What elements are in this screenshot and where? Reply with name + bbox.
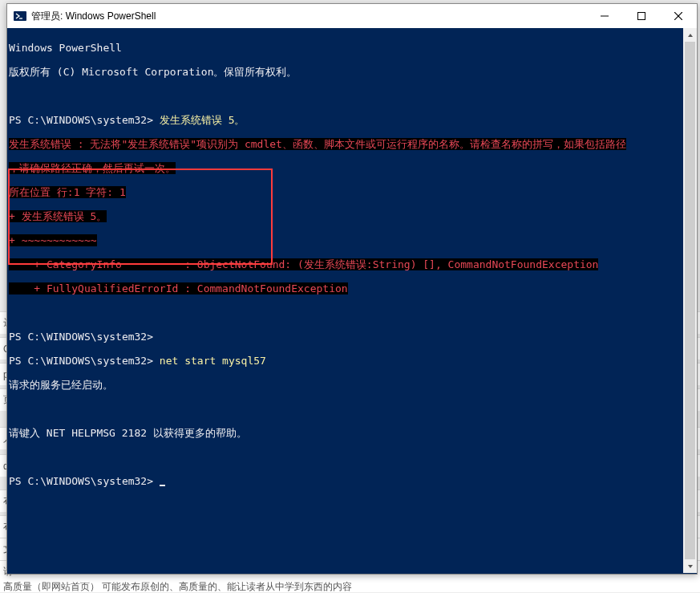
window-controls <box>586 4 697 28</box>
term-line: 请求的服务已经启动。 <box>9 379 695 391</box>
term-line: 版权所有 (C) Microsoft Corporation。保留所有权利。 <box>9 66 695 78</box>
titlebar[interactable]: 管理员: Windows PowerShell <box>7 4 697 28</box>
term-error-line: + FullyQualifiedErrorId : CommandNotFoun… <box>9 282 695 294</box>
maximize-button[interactable] <box>623 4 660 28</box>
term-line <box>9 90 695 102</box>
scrollbar-vertical[interactable] <box>683 28 697 573</box>
terminal-body[interactable]: Windows PowerShell 版权所有 (C) Microsoft Co… <box>7 28 697 574</box>
scroll-thumb[interactable] <box>685 42 695 559</box>
term-error-line: 发生系统错误 : 无法将"发生系统错误"项识别为 cmdlet、函数、脚本文件或… <box>9 138 695 150</box>
svg-rect-3 <box>638 13 645 20</box>
scroll-track[interactable] <box>683 42 697 559</box>
term-line <box>9 403 695 415</box>
scroll-down-button[interactable] <box>683 559 697 573</box>
term-error-line: ，请确保路径正确，然后再试一次。 <box>9 162 695 174</box>
minimize-button[interactable] <box>586 4 623 28</box>
term-prompt-active: PS C:\WINDOWS\system32> <box>9 475 695 487</box>
bg-text: 高质量（即网站首页） 可能发布原创的、高质量的、能让读者从中学到东西的内容 <box>0 581 700 592</box>
powershell-icon <box>14 10 26 22</box>
term-error-line: 所在位置 行:1 字符: 1 <box>9 186 695 198</box>
cursor-icon <box>160 485 165 486</box>
term-line <box>9 451 695 463</box>
term-line: PS C:\WINDOWS\system32> <box>9 331 695 343</box>
term-line: 请键入 NET HELPMSG 2182 以获得更多的帮助。 <box>9 427 695 439</box>
term-line: PS C:\WINDOWS\system32> net start mysql5… <box>9 355 695 367</box>
term-line <box>9 307 695 319</box>
scroll-up-button[interactable] <box>683 28 697 42</box>
term-error-line: + ~~~~~~~~~~~~ <box>9 234 695 246</box>
term-error-line: + CategoryInfo : ObjectNotFound: (发生系统错误… <box>9 258 695 270</box>
term-line: Windows PowerShell <box>9 42 695 54</box>
powershell-window: 管理员: Windows PowerShell Windows PowerShe… <box>6 3 698 575</box>
term-line: PS C:\WINDOWS\system32> 发生系统错误 5。 <box>9 114 695 126</box>
term-error-line: + 发生系统错误 5。 <box>9 210 695 222</box>
close-button[interactable] <box>660 4 697 28</box>
window-title: 管理员: Windows PowerShell <box>31 10 586 23</box>
